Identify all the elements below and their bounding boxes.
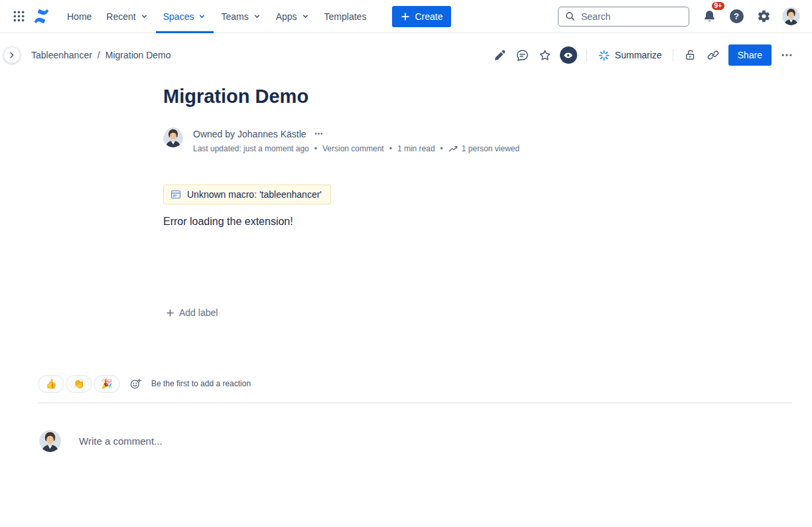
page-header-bar: Tableenhancer / Migration Demo [0, 40, 812, 70]
reaction-prompt-text: Be the first to add a reaction [151, 379, 251, 388]
macro-icon [170, 189, 181, 200]
unknown-macro-placeholder: Unknown macro: 'tableenhancer' [163, 185, 331, 204]
party-popper-emoji: 🎉 [101, 378, 112, 389]
chevron-down-icon [253, 12, 261, 21]
chevron-right-icon [7, 50, 17, 60]
ellipsis-icon [314, 129, 324, 139]
more-actions-button[interactable] [776, 44, 797, 66]
summarize-label: Summarize [615, 50, 662, 60]
topnav-right-cluster: 9+ ? [699, 6, 801, 27]
reactions-bar: 👍 👏 🎉 Be the first to add a reaction [38, 374, 251, 394]
app-switcher-button[interactable] [8, 6, 29, 27]
edit-button[interactable] [490, 44, 511, 66]
search-input[interactable] [580, 11, 682, 23]
user-avatar [782, 7, 800, 25]
breadcrumb-separator: / [98, 50, 100, 60]
analytics-trend-icon [448, 143, 458, 153]
share-button[interactable]: Share [728, 44, 772, 66]
byline-owner-line: Owned by Johannes Kästle [193, 127, 519, 140]
comment-button[interactable] [512, 44, 533, 66]
meta-dot: • [389, 144, 392, 153]
macro-warning-text: Unknown macro: 'tableenhancer' [187, 189, 322, 200]
sidebar-expand-button[interactable] [3, 46, 21, 64]
star-icon [538, 48, 552, 62]
comment-avatar [39, 430, 61, 452]
app-grid-icon [13, 10, 25, 23]
search-box[interactable] [558, 7, 689, 27]
vertical-divider [586, 49, 587, 61]
read-time-text: 1 min read [397, 144, 435, 153]
link-icon [707, 48, 720, 62]
create-button-label: Create [415, 11, 442, 22]
chevron-down-icon [301, 12, 310, 21]
nav-item-teams[interactable]: Teams [214, 0, 268, 33]
ellipsis-icon [780, 48, 793, 62]
chevron-down-icon [198, 12, 206, 21]
byline: Owned by Johannes Kästle Last updated: j… [163, 127, 669, 153]
meta-dot: • [440, 144, 443, 153]
breadcrumb-current-page[interactable]: Migration Demo [105, 50, 171, 60]
star-button[interactable] [535, 44, 556, 66]
comment-bubble-icon [515, 48, 529, 62]
confluence-icon [33, 7, 50, 25]
nav-item-templates[interactable]: Templates [317, 0, 374, 33]
last-updated-text: Last updated: just a moment ago [193, 144, 309, 153]
nav-item-label: Templates [324, 11, 367, 22]
thumbs-up-emoji: 👍 [45, 378, 56, 389]
nav-item-spaces[interactable]: Spaces [156, 0, 214, 33]
plus-icon [401, 12, 410, 21]
plus-icon [166, 309, 174, 317]
extension-error-text: Error loading the extension! [163, 216, 669, 228]
copy-link-button[interactable] [703, 44, 724, 66]
nav-item-label: Teams [221, 11, 248, 22]
byline-text: Owned by Johannes Kästle Last updated: j… [193, 127, 519, 153]
eye-icon [563, 50, 574, 61]
meta-dot: • [314, 144, 317, 153]
byline-meta-line: Last updated: just a moment ago • Versio… [193, 143, 519, 153]
top-navigation: Home Recent Spaces Teams Apps Templates … [0, 0, 812, 33]
watch-button[interactable] [560, 46, 577, 64]
page-content: Migration Demo Owned by Johannes Kästle … [163, 84, 669, 320]
nav-item-label: Spaces [163, 11, 194, 22]
create-button[interactable]: Create [392, 6, 451, 27]
add-reaction-button[interactable] [125, 374, 145, 394]
owner-avatar[interactable] [163, 127, 183, 153]
gear-icon [757, 9, 771, 23]
profile-menu-button[interactable] [780, 6, 801, 27]
comment-input[interactable]: Write a comment... [79, 435, 163, 447]
page-title: Migration Demo [163, 84, 669, 108]
pencil-icon [493, 48, 507, 62]
vertical-divider [673, 49, 673, 61]
notifications-button[interactable]: 9+ [699, 6, 720, 27]
reaction-party-button[interactable]: 🎉 [94, 375, 120, 393]
notification-badge: 9+ [710, 1, 726, 11]
summarize-button[interactable]: Summarize [594, 46, 666, 64]
version-comment-link[interactable]: Version comment [322, 144, 384, 153]
page-actions: Summarize Share [490, 44, 797, 66]
help-button[interactable]: ? [726, 6, 747, 27]
comments-divider [38, 402, 792, 404]
sparkle-icon [598, 49, 610, 62]
reaction-thumbs-up-button[interactable]: 👍 [38, 375, 64, 393]
nav-item-recent[interactable]: Recent [99, 0, 155, 33]
nav-item-label: Apps [276, 11, 297, 22]
search-icon [565, 11, 575, 21]
confluence-logo[interactable] [31, 6, 52, 27]
clap-emoji: 👏 [73, 378, 84, 389]
settings-button[interactable] [753, 6, 774, 27]
restrictions-button[interactable] [680, 44, 701, 66]
unlock-icon [684, 48, 697, 62]
nav-item-home[interactable]: Home [60, 0, 99, 33]
comment-composer: Write a comment... [39, 430, 163, 452]
byline-more-button[interactable] [312, 127, 325, 140]
breadcrumb-space-link[interactable]: Tableenhancer [31, 50, 92, 60]
chevron-down-icon [140, 12, 149, 21]
nav-item-apps[interactable]: Apps [269, 0, 317, 33]
owned-by-label: Owned by [193, 129, 235, 139]
nav-item-label: Home [67, 11, 92, 22]
emoji-add-icon [129, 378, 142, 390]
people-viewed-link[interactable]: 1 person viewed [462, 144, 519, 153]
primary-nav: Home Recent Spaces Teams Apps Templates [60, 0, 373, 33]
reaction-clap-button[interactable]: 👏 [66, 375, 92, 393]
add-label-button[interactable]: Add label [163, 306, 220, 319]
